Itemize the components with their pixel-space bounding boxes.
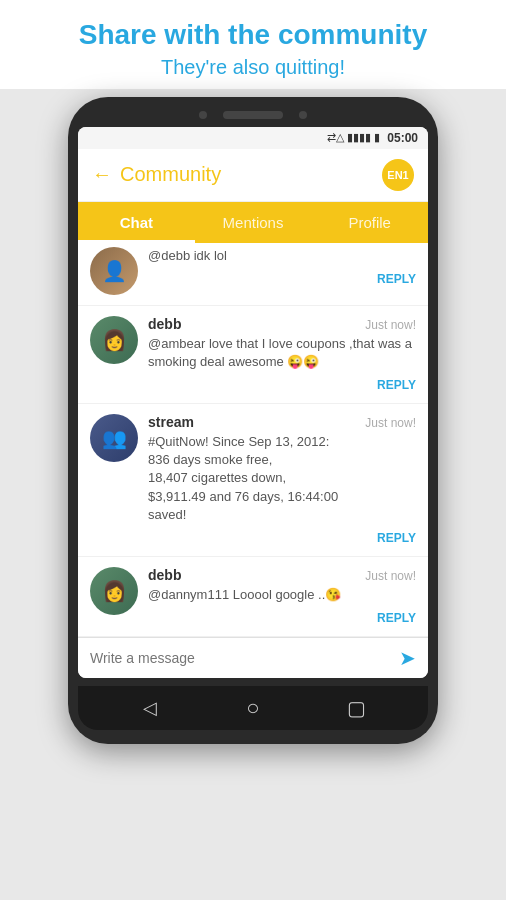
tab-profile[interactable]: Profile	[311, 202, 428, 243]
chat-reply: REPLY	[148, 528, 416, 546]
chat-reply: REPLY	[148, 269, 416, 287]
banner-title: Share with the community	[20, 18, 486, 52]
chat-reply: REPLY	[148, 608, 416, 626]
front-camera-2	[299, 111, 307, 119]
chat-username: debb	[148, 567, 181, 583]
chat-timestamp: Just now!	[365, 569, 416, 583]
phone-top-decoration	[78, 111, 428, 119]
chat-timestamp: Just now!	[365, 416, 416, 430]
back-nav-button[interactable]: ◁	[138, 696, 162, 720]
send-button[interactable]: ➤	[399, 646, 416, 670]
earpiece-speaker	[223, 111, 283, 119]
recents-nav-icon: ▢	[347, 696, 366, 720]
banner-subtitle: They're also quitting!	[20, 56, 486, 79]
clock: 05:00	[387, 131, 418, 145]
avatar: 👤	[90, 247, 138, 295]
phone-navigation-bar: ◁ ○ ▢	[78, 686, 428, 730]
chat-message-text: @dannym111 Looool google ..😘	[148, 586, 416, 604]
back-arrow-icon[interactable]: ←	[92, 163, 112, 186]
battery-icon: ▮	[374, 131, 380, 144]
tab-mentions[interactable]: Mentions	[195, 202, 312, 243]
chat-message-text: #QuitNow! Since Sep 13, 2012: 836 days s…	[148, 433, 416, 524]
chat-meta: debb Just now!	[148, 316, 416, 332]
status-icons: ⇄△ ▮▮▮▮ ▮ 05:00	[327, 131, 418, 145]
back-nav-icon: ◁	[143, 697, 157, 719]
front-camera	[199, 111, 207, 119]
avatar: 👥	[90, 414, 138, 462]
chat-message-text: @debb idk lol	[148, 247, 416, 265]
language-badge[interactable]: EN1	[382, 159, 414, 191]
list-item: 👥 stream Just now! #QuitNow! Since Sep 1…	[78, 404, 428, 557]
avatar: 👩	[90, 567, 138, 615]
chat-list: 👤 @debb idk lol REPLY 👩 debb Just	[78, 243, 428, 638]
chat-timestamp: Just now!	[365, 318, 416, 332]
chat-reply: REPLY	[148, 375, 416, 393]
app-header: ← Community EN1	[78, 149, 428, 202]
signal-icon: ▮▮▮▮	[347, 131, 371, 144]
chat-meta: stream Just now!	[148, 414, 416, 430]
chat-content: debb Just now! @dannym111 Looool google …	[148, 567, 416, 626]
chat-username: debb	[148, 316, 181, 332]
chat-content: debb Just now! @ambear love that I love …	[148, 316, 416, 393]
tab-bar: Chat Mentions Profile	[78, 202, 428, 243]
reply-button[interactable]: REPLY	[377, 531, 416, 545]
header-left: ← Community	[92, 163, 221, 186]
chat-content: @debb idk lol REPLY	[148, 247, 416, 295]
list-item: 👤 @debb idk lol REPLY	[78, 243, 428, 306]
message-input-bar: ➤	[78, 637, 428, 678]
wifi-icon: ⇄△	[327, 131, 344, 144]
chat-username: stream	[148, 414, 194, 430]
message-input[interactable]	[90, 650, 391, 666]
reply-button[interactable]: REPLY	[377, 378, 416, 392]
list-item: 👩 debb Just now! @ambear love that I lov…	[78, 306, 428, 404]
community-title: Community	[120, 163, 221, 186]
home-nav-button[interactable]: ○	[241, 696, 265, 720]
tab-chat[interactable]: Chat	[78, 202, 195, 243]
phone-screen: ⇄△ ▮▮▮▮ ▮ 05:00 ← Community EN1 Chat Men…	[78, 127, 428, 679]
chat-content: stream Just now! #QuitNow! Since Sep 13,…	[148, 414, 416, 546]
list-item: 👩 debb Just now! @dannym111 Looool googl…	[78, 557, 428, 637]
top-banner: Share with the community They're also qu…	[0, 0, 506, 89]
phone-frame: ⇄△ ▮▮▮▮ ▮ 05:00 ← Community EN1 Chat Men…	[68, 97, 438, 745]
reply-button[interactable]: REPLY	[377, 611, 416, 625]
reply-button[interactable]: REPLY	[377, 272, 416, 286]
chat-meta: debb Just now!	[148, 567, 416, 583]
recents-nav-button[interactable]: ▢	[344, 696, 368, 720]
home-nav-icon: ○	[246, 695, 259, 721]
status-bar: ⇄△ ▮▮▮▮ ▮ 05:00	[78, 127, 428, 149]
chat-message-text: @ambear love that I love coupons ,that w…	[148, 335, 416, 371]
avatar: 👩	[90, 316, 138, 364]
